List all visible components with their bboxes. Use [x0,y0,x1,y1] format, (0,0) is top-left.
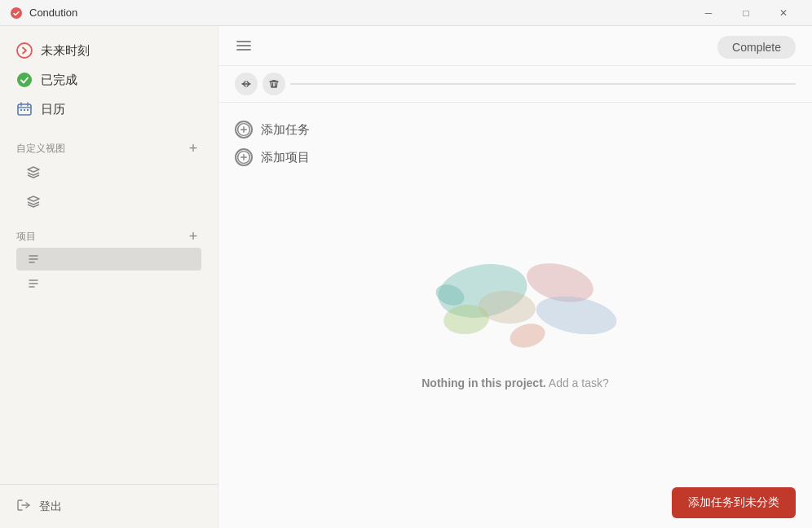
add-project-icon [235,148,253,166]
layers-icon-2 [26,194,41,212]
custom-view-item-1[interactable] [16,160,201,187]
custom-view-item-2[interactable] [16,189,201,217]
close-button[interactable]: ✕ [765,0,802,26]
custom-views-title: 自定义视图 [16,142,65,156]
sidebar-item-calendar[interactable]: 日历 [0,95,218,124]
svg-rect-5 [24,109,25,111]
content-header-left [235,37,253,59]
window-controls: ─ □ ✕ [690,0,802,26]
list-icon-2 [26,277,41,290]
sidebar-item-upcoming[interactable]: 未来时刻 [0,36,218,65]
menu-icon[interactable] [235,37,253,59]
projects-header: 项目 + [16,228,201,244]
add-project-button[interactable]: + [185,228,201,244]
app-icon [10,7,23,20]
content-area: Complete [218,26,812,528]
sidebar-upcoming-label: 未来时刻 [41,43,90,59]
empty-state-text-rest: Add a task? [546,376,609,389]
logout-label: 登出 [39,499,62,514]
arrow-right-circle-icon [16,42,33,59]
add-project-label: 添加项目 [261,150,310,165]
svg-point-13 [507,320,548,351]
sidebar-nav: 未来时刻 已完成 [0,26,218,134]
delete-button[interactable] [263,73,285,95]
svg-point-0 [11,7,22,19]
sidebar-completed-label: 已完成 [41,73,77,88]
add-task-icon [235,121,253,139]
svg-rect-4 [20,109,22,111]
titlebar: Condution ─ □ ✕ [0,0,812,26]
add-project-row[interactable]: 添加项目 [235,143,796,171]
complete-button[interactable]: Complete [717,36,796,59]
logout-button[interactable]: 登出 [16,495,201,518]
maximize-button[interactable]: □ [727,0,765,26]
main-layout: 未来时刻 已完成 [0,26,812,528]
sidebar-item-completed[interactable]: 已完成 [0,65,218,95]
app-title: Condution [29,7,690,19]
check-circle-icon [16,72,33,88]
content-header: Complete [218,26,812,66]
svg-point-12 [533,291,620,341]
empty-state-text-bold: Nothing in this project. [421,376,545,389]
sidebar: 未来时刻 已完成 [0,26,218,528]
add-custom-view-button[interactable]: + [185,140,201,156]
project-item-2[interactable] [16,272,201,295]
layers-icon-1 [26,165,41,183]
add-uncategorized-button[interactable]: 添加任务到未分类 [672,487,796,518]
add-task-row[interactable]: 添加任务 [235,116,796,143]
sidebar-footer: 登出 [0,484,218,528]
svg-point-1 [17,43,32,58]
list-icon-1 [26,253,41,266]
move-button[interactable] [235,73,258,95]
content-footer: 添加任务到未分类 [218,477,812,528]
minimize-button[interactable]: ─ [690,0,727,26]
svg-point-2 [17,73,32,87]
empty-state: Nothing in this project. Add a task? [235,171,796,464]
empty-state-text: Nothing in this project. Add a task? [421,376,609,389]
logout-icon [16,498,31,515]
empty-illustration [401,246,629,376]
project-item-1[interactable] [16,248,201,271]
sidebar-projects-section: 项目 + [0,222,218,300]
custom-views-header: 自定义视图 + [16,140,201,156]
content-body: 添加任务 添加项目 [218,103,812,477]
projects-title: 项目 [16,230,36,244]
toolbar-divider [290,83,796,85]
svg-rect-6 [27,109,29,111]
content-toolbar [218,66,812,103]
calendar-icon [16,101,33,117]
sidebar-calendar-label: 日历 [41,102,65,117]
add-task-label: 添加任务 [261,122,310,138]
sidebar-custom-views-section: 自定义视图 + [0,134,218,222]
